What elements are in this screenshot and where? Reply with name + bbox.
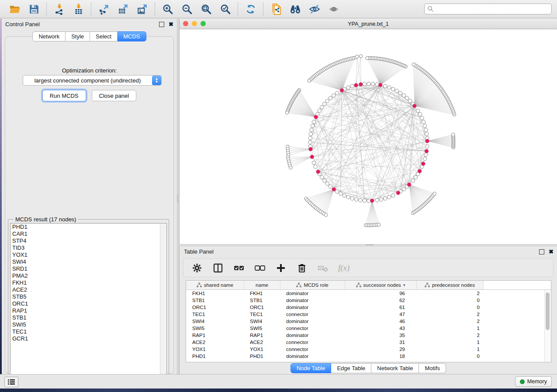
result-item[interactable]: SWI5 xyxy=(10,321,166,328)
tab-mcds[interactable]: MCDS xyxy=(118,31,146,41)
add-column-icon[interactable] xyxy=(275,262,287,274)
result-item[interactable]: STP4 xyxy=(10,237,166,244)
mcds-result-title: MCDS result (17 nodes) xyxy=(14,216,78,223)
network-search-icon[interactable] xyxy=(288,2,302,16)
result-item[interactable]: SWI4 xyxy=(10,258,166,265)
share-document-icon[interactable] xyxy=(269,2,283,16)
import-network-icon[interactable] xyxy=(52,2,66,16)
column-header-mcds-role[interactable]: MCDS role xyxy=(280,281,345,290)
split-columns-icon[interactable] xyxy=(212,262,224,274)
run-mcds-button[interactable]: Run MCDS xyxy=(42,90,86,101)
memory-label: Memory xyxy=(527,378,547,385)
toolbar-separator xyxy=(263,3,264,16)
zoom-in-icon[interactable] xyxy=(161,2,175,16)
column-header-shared-name[interactable]: shared name xyxy=(186,281,244,290)
export-table-icon[interactable] xyxy=(116,2,130,16)
result-item[interactable]: FKH1 xyxy=(10,279,166,286)
result-item[interactable]: PMA2 xyxy=(10,272,166,279)
float-panel-icon[interactable] xyxy=(539,249,544,254)
table-row[interactable]: PHD1PHD1dominator180 xyxy=(186,353,551,360)
control-panel-header: Control Panel ✖ xyxy=(2,19,177,30)
node-table[interactable]: shared namenameMCDS rolesuccessor nodes▾… xyxy=(186,281,551,360)
column-header-predecessor-nodes[interactable]: predecessor nodes xyxy=(416,281,483,290)
table-scrollbar[interactable] xyxy=(544,290,551,362)
tab-style[interactable]: Style xyxy=(66,31,90,41)
result-item[interactable]: RAP1 xyxy=(10,307,166,314)
tab-network-table[interactable]: Network Table xyxy=(371,363,419,373)
result-item[interactable]: YOX1 xyxy=(10,251,166,258)
table-row[interactable]: SWI5SWI5connector431 xyxy=(186,325,551,332)
tab-select[interactable]: Select xyxy=(90,31,118,41)
cytoscape-window: Control Panel ✖ Optimization criterion: … xyxy=(0,0,557,392)
result-item[interactable]: STB1 xyxy=(10,314,166,321)
scrollbar-thumb[interactable] xyxy=(546,292,550,330)
result-item[interactable]: CAR1 xyxy=(10,230,166,237)
tab-motifs[interactable]: Motifs xyxy=(419,363,446,373)
table-row[interactable]: ACE2ACE2connector311 xyxy=(186,339,551,346)
result-item[interactable]: SRD1 xyxy=(10,265,166,272)
control-tabs: NetworkStyleSelectMCDS xyxy=(2,31,177,41)
table-row[interactable]: YOX1YOX1connector291 xyxy=(186,346,551,353)
tab-node-table[interactable]: Node Table xyxy=(291,363,332,373)
close-panel-icon[interactable]: ✖ xyxy=(549,250,554,254)
minimize-window-icon[interactable] xyxy=(192,21,197,26)
maximize-window-icon[interactable] xyxy=(201,21,206,26)
task-history-button[interactable] xyxy=(4,377,18,387)
table-header-row: shared namenameMCDS rolesuccessor nodes▾… xyxy=(186,281,551,290)
table-row[interactable]: ORC1ORC1dominator610 xyxy=(186,304,551,311)
result-item[interactable]: TEC1 xyxy=(10,328,166,335)
list-icon xyxy=(7,378,15,385)
import-table-icon[interactable] xyxy=(72,2,86,16)
hide-panels-icon[interactable] xyxy=(308,2,322,16)
table-row[interactable]: FKH1FKH1dominator962 xyxy=(186,290,551,297)
refresh-layout-icon[interactable] xyxy=(244,2,258,16)
table-row[interactable]: SWI4SWI4dominator462 xyxy=(186,318,551,325)
open-file-icon[interactable] xyxy=(8,2,22,16)
export-network-icon[interactable] xyxy=(97,2,111,16)
network-canvas[interactable] xyxy=(180,29,557,244)
save-session-icon[interactable] xyxy=(27,2,41,16)
result-scrollbar[interactable] xyxy=(160,224,166,379)
table-row[interactable]: STB1STB1dominator620 xyxy=(186,297,551,304)
result-item[interactable]: ORC1 xyxy=(10,300,166,307)
toolbar-separator xyxy=(238,3,239,16)
control-panel-title: Control Panel xyxy=(5,21,40,28)
close-panel-icon[interactable]: ✖ xyxy=(169,22,173,27)
zoom-selected-icon[interactable] xyxy=(218,2,232,16)
result-item[interactable]: GCR1 xyxy=(10,335,166,342)
select-all-icon[interactable] xyxy=(233,262,245,274)
unselect-all-icon[interactable] xyxy=(254,262,266,274)
table-row[interactable]: TEC1TEC1connector472 xyxy=(186,311,551,318)
network-window: YPA_prune.txt_1 xyxy=(179,19,557,244)
gear-icon[interactable] xyxy=(191,262,203,274)
result-item[interactable]: TID3 xyxy=(10,244,166,251)
delete-column-icon[interactable] xyxy=(296,262,308,274)
search-input[interactable] xyxy=(434,6,551,13)
close-window-icon[interactable] xyxy=(183,21,188,26)
mcds-result-list: PHD1CAR1STP4TID3YOX1SWI4SRD1PMA2FKH1ACE2… xyxy=(10,223,167,380)
table-row[interactable]: RAP1RAP1dominator352 xyxy=(186,332,551,339)
clear-table-icon xyxy=(317,262,329,274)
column-header-successor-nodes[interactable]: successor nodes▾ xyxy=(345,281,416,290)
result-item[interactable]: STB5 xyxy=(10,293,166,300)
zoom-fit-icon[interactable] xyxy=(199,2,213,16)
optimization-select[interactable]: largest connected component (undirected)… xyxy=(23,75,162,86)
column-header-name[interactable]: name xyxy=(244,281,280,290)
table-body: FKH1FKH1dominator962STB1STB1dominator620… xyxy=(186,290,551,360)
zoom-out-icon[interactable] xyxy=(180,2,194,16)
tab-network[interactable]: Network xyxy=(32,31,66,41)
show-panels-icon[interactable] xyxy=(327,2,341,16)
search-box[interactable] xyxy=(424,3,552,14)
result-item[interactable]: PHD1 xyxy=(10,224,166,230)
float-panel-icon[interactable] xyxy=(159,22,164,27)
tab-edge-table[interactable]: Edge Table xyxy=(331,363,371,373)
table-toolbar: f(x) xyxy=(183,258,554,277)
memory-button[interactable]: Memory xyxy=(515,376,552,387)
result-item[interactable]: ACE2 xyxy=(10,286,166,293)
export-image-icon[interactable] xyxy=(135,2,149,16)
network-titlebar[interactable]: YPA_prune.txt_1 xyxy=(180,19,557,29)
function-builder-icon: f(x) xyxy=(338,263,349,273)
column-header-filler xyxy=(483,281,551,290)
close-panel-button[interactable]: Close panel xyxy=(92,90,137,101)
toolbar-separator xyxy=(91,3,92,16)
